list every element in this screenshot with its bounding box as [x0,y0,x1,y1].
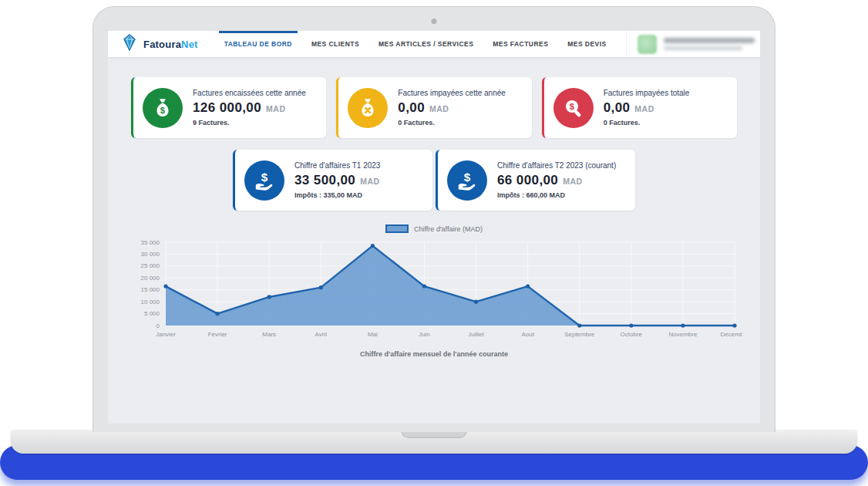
magnifier-dollar-icon: $ [553,88,594,128]
tab-tableau-de-bord[interactable]: TABLEAU DE BORD [224,31,292,57]
card-currency: MAD [429,104,449,113]
gem-logo-icon [120,33,139,55]
card-subtext: 0 Factures. [398,119,506,127]
svg-text:0: 0 [156,322,160,329]
svg-text:Mars: Mars [262,331,276,338]
svg-text:$: $ [464,170,471,183]
brand-logo[interactable]: FatouraNet [120,33,198,55]
revenue-chart-section: Chiffre d'affaire (MAD) 05 00010 00015 0… [108,224,760,358]
tab-mes-articles-services[interactable]: MES ARTICLES / SERVICES [378,31,473,57]
card-title: Factures impayées cette année [398,89,506,97]
svg-text:Décembre: Décembre [721,331,742,338]
laptop-mockup: FatouraNet TABLEAU DE BORD MES CLIENTS M… [0,0,868,486]
card-value: 0,00 [604,100,631,116]
card-ca-t2-2023: $ Chiffre d'affaires T2 2023 (courant) 6… [436,150,635,211]
svg-text:Juin: Juin [419,331,430,338]
card-currency: MAD [563,177,582,186]
card-factures-encaissees: $ Factures encaissées cette année 126 00… [131,77,326,138]
stats-row: $ Factures encaissées cette année 126 00… [131,77,737,138]
card-subtext: 9 Factures. [193,119,306,127]
card-subtext: 0 Factures. [604,119,690,127]
area-chart[interactable]: 05 00010 00015 00020 00025 00030 00035 0… [126,236,742,349]
chart-legend[interactable]: Chiffre d'affaire (MAD) [108,224,760,233]
svg-text:Janvier: Janvier [156,331,176,338]
svg-text:Octobre: Octobre [621,331,643,338]
svg-text:Septembre: Septembre [564,331,595,338]
card-currency: MAD [634,104,654,113]
card-value: 66 000,00 [497,173,558,188]
svg-text:25 000: 25 000 [141,262,160,269]
svg-text:$: $ [261,170,268,183]
card-title: Factures encaissées cette année [193,89,306,97]
card-currency: MAD [266,104,285,113]
user-name-redacted [664,38,755,43]
svg-text:30 000: 30 000 [141,251,160,258]
legend-label: Chiffre d'affaire (MAD) [414,225,483,233]
svg-text:$: $ [160,105,166,114]
user-identity-redacted [664,38,755,50]
brand-name: FatouraNet [143,39,198,50]
card-currency: MAD [360,177,379,186]
svg-text:Novembre: Novembre [668,331,697,338]
laptop-base [11,430,857,454]
svg-text:5 000: 5 000 [144,310,160,317]
card-subtext: Impôts : 660,00 MAD [497,191,616,199]
hand-dollar-icon: $ [447,160,487,201]
chart-axis-title: Chiffre d'affaire mensuel de l'année cou… [108,350,760,358]
svg-text:Mai: Mai [368,331,378,338]
tab-mes-clients[interactable]: MES CLIENTS [311,31,359,57]
svg-text:20 000: 20 000 [141,275,160,282]
svg-text:$: $ [570,101,575,110]
hand-dollar-icon: $ [244,160,284,201]
user-menu[interactable] [626,31,760,57]
quarter-row: $ Chiffre d'affaires T1 2023 33 500,00 M… [131,150,737,211]
user-avatar [638,35,657,54]
laptop-screen-bezel: FatouraNet TABLEAU DE BORD MES CLIENTS M… [93,6,775,432]
svg-text:Aout: Aout [521,331,534,338]
user-email-redacted [664,46,742,50]
tab-mes-factures[interactable]: MES FACTURES [493,31,548,57]
card-factures-impayees-totale: $ Factures impayées totale 0,00 MAD 0 Fa… [542,77,737,138]
svg-text:15 000: 15 000 [141,286,160,293]
svg-text:Avril: Avril [315,331,328,338]
card-value: 33 500,00 [294,173,355,188]
card-title: Chiffre d'affaires T2 2023 (courant) [497,161,616,170]
app-viewport: FatouraNet TABLEAU DE BORD MES CLIENTS M… [108,31,760,424]
svg-text:35 000: 35 000 [141,239,160,246]
nav-tabs: TABLEAU DE BORD MES CLIENTS MES ARTICLES… [224,31,626,57]
card-ca-t1-2023: $ Chiffre d'affaires T1 2023 33 500,00 M… [233,150,432,211]
card-title: Factures impayées totale [604,89,690,97]
card-value: 0,00 [398,100,425,116]
tab-mes-devis[interactable]: MES DEVIS [567,31,606,57]
card-factures-impayees-annee: Factures impayées cette année 0,00 MAD 0… [336,77,531,138]
top-navbar: FatouraNet TABLEAU DE BORD MES CLIENTS M… [108,31,760,57]
svg-text:Juillet: Juillet [468,331,484,338]
card-title: Chiffre d'affaires T1 2023 [294,161,380,170]
money-bag-dollar-icon: $ [143,88,183,128]
legend-swatch [385,224,409,233]
webcam-dot [432,19,437,24]
svg-text:10 000: 10 000 [141,299,160,305]
money-bag-x-icon [348,88,388,128]
svg-text:Février: Février [208,331,227,338]
card-value: 126 000,00 [193,100,261,116]
card-subtext: Impôts : 335,00 MAD [294,191,380,199]
